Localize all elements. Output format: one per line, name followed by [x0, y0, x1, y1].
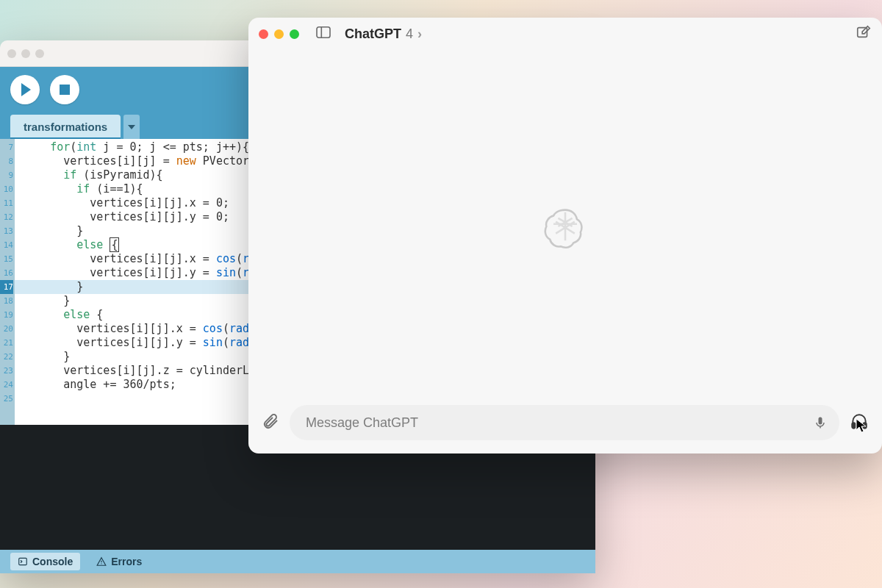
run-button[interactable] [10, 75, 40, 104]
ide-traffic-close[interactable] [7, 49, 16, 58]
model-selector[interactable]: ChatGPT 4 › [345, 26, 422, 42]
window-zoom-button[interactable] [290, 29, 299, 39]
ide-status-bar: Console Errors [0, 550, 595, 573]
ide-traffic-max[interactable] [35, 49, 44, 58]
chat-body [248, 50, 882, 402]
microphone-icon[interactable] [813, 415, 828, 430]
play-icon [21, 83, 31, 96]
chevron-right-icon: › [417, 26, 422, 42]
console-tab[interactable]: Console [10, 553, 80, 570]
terminal-icon [18, 556, 28, 567]
sidebar-toggle-button[interactable] [315, 26, 331, 42]
tab-menu-button[interactable] [123, 115, 140, 139]
chat-input-bar: Message ChatGPT [248, 402, 882, 453]
svg-rect-6 [819, 417, 822, 425]
paperclip-icon [262, 412, 279, 430]
compose-icon [856, 24, 872, 40]
chatgpt-window: ChatGPT 4 › Message ChatGPT [248, 18, 882, 453]
app-name: ChatGPT [345, 26, 401, 42]
errors-tab[interactable]: Errors [96, 556, 142, 567]
new-chat-button[interactable] [856, 24, 872, 43]
sidebar-icon [315, 26, 331, 39]
sketch-tab[interactable]: transformations [10, 115, 121, 139]
chat-traffic-lights [259, 29, 299, 39]
attach-button[interactable] [262, 412, 279, 433]
svg-rect-7 [852, 423, 855, 429]
window-minimize-button[interactable] [274, 29, 284, 39]
ide-traffic-lights [7, 49, 44, 58]
model-version: 4 [406, 26, 413, 42]
openai-logo-icon [542, 203, 589, 250]
svg-rect-3 [317, 27, 330, 37]
chat-titlebar[interactable]: ChatGPT 4 › [248, 18, 882, 50]
window-close-button[interactable] [259, 29, 268, 39]
stop-icon [60, 85, 70, 95]
message-placeholder: Message ChatGPT [306, 415, 806, 431]
line-number-gutter: 78910111213141516171819202122232425 [0, 139, 15, 425]
message-input[interactable]: Message ChatGPT [290, 405, 839, 440]
stop-button[interactable] [50, 75, 79, 104]
mouse-cursor-icon [856, 418, 867, 433]
svg-rect-0 [19, 558, 27, 564]
svg-point-2 [101, 563, 102, 564]
warning-icon [96, 556, 107, 567]
ide-traffic-min[interactable] [21, 49, 30, 58]
